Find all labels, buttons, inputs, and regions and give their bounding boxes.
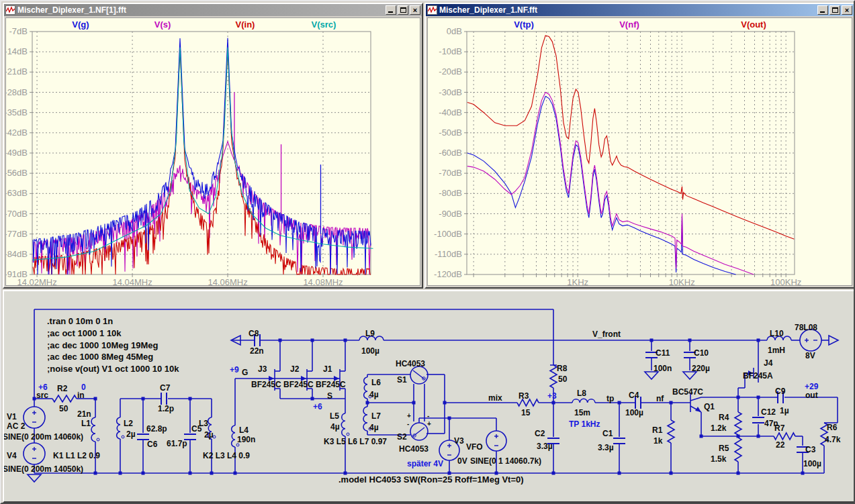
resistor-R2[interactable] (52, 395, 77, 402)
junction (189, 397, 192, 401)
component-label: Q1 (704, 402, 715, 411)
plot-box (467, 32, 795, 274)
component-label: 2µ (126, 430, 136, 439)
component-label: R1 (652, 425, 663, 435)
phase-dot (97, 438, 99, 441)
fft-plot-left[interactable]: -7dB-14dB-21dB-28dB-35dB-42dB-49dB-56dB-… (6, 18, 422, 288)
junction (119, 472, 122, 475)
y-tick-label: -30dB (439, 87, 462, 97)
junction (670, 472, 673, 475)
fft-plot-right[interactable]: 0dB-10dB-20dB-30dB-40dB-50dB-60dB-70dB-8… (428, 18, 854, 288)
polarity-mark: - (407, 420, 409, 427)
junction (279, 339, 282, 342)
component-label: 0V (457, 456, 467, 466)
inductor-L6[interactable] (364, 377, 367, 399)
maximize-button[interactable] (829, 5, 840, 15)
y-tick-label: 0dB (447, 26, 462, 36)
schematic-canvas[interactable]: .tran 0 10m 0 1n;ac oct 1000 1 10k;ac de… (4, 291, 854, 501)
titlebar-right[interactable]: Mischer_Diplexer_1.NF.fft × (426, 4, 854, 16)
close-button[interactable]: × (410, 5, 420, 15)
junction (344, 339, 347, 342)
resistor-R4[interactable] (735, 412, 741, 435)
component-label: V3 (454, 436, 464, 446)
component-label: C6 (147, 440, 158, 449)
component-label: R7 (774, 423, 785, 433)
junction (552, 472, 555, 475)
inductor-L4[interactable] (232, 425, 235, 447)
x-tick-label: 14.02MHz (17, 277, 56, 287)
component-label: 1µ (780, 406, 789, 415)
component-label: 78L08 (795, 323, 817, 332)
component-label: 1k (654, 436, 663, 446)
junction (737, 472, 740, 475)
inductor-L2[interactable] (117, 417, 120, 439)
resistor-R5[interactable] (735, 438, 741, 462)
junction (552, 401, 555, 405)
minimize-button[interactable] (386, 5, 396, 15)
component-label: S1 (397, 375, 407, 385)
legend-V(s): V(s) (154, 19, 171, 30)
x-tick-label: 100KHz (770, 277, 801, 287)
component-label: 4µ (369, 390, 379, 399)
titlebar-left[interactable]: Mischer_Diplexer_1.NF[1].fft × (4, 4, 422, 16)
component-label: 1.2p (158, 404, 174, 413)
component-label: BC547C (672, 387, 703, 397)
source-V4[interactable] (24, 443, 45, 464)
resistor-R1[interactable] (668, 420, 674, 443)
junction (757, 435, 760, 438)
y-tick-label: -42dB (6, 128, 28, 138)
port-arrow-right (829, 336, 838, 345)
plot-pane-left[interactable]: -7dB-14dB-21dB-28dB-35dB-42dB-49dB-56dB-… (5, 17, 420, 286)
component-label: C8 (249, 329, 259, 338)
junction (142, 397, 145, 401)
q1-emitter-arrow (695, 407, 701, 412)
resistor-R7[interactable] (774, 433, 795, 440)
junction (700, 435, 703, 438)
component-label: L1 (81, 419, 91, 428)
component-label: J4 (764, 358, 773, 368)
component-label: 15 (521, 408, 531, 417)
component-label: J1 (323, 364, 332, 374)
source-78L08[interactable] (800, 330, 821, 351)
plot-pane-right[interactable]: 0dB-10dB-20dB-30dB-40dB-50dB-60dB-70dB-8… (427, 17, 852, 286)
junction (189, 472, 192, 475)
inductor-L1[interactable] (91, 417, 95, 442)
component-label: 190n (237, 435, 255, 444)
y-tick-label: -110dB (435, 249, 462, 259)
y-tick-label: -14dB (6, 46, 28, 56)
polarity-mark: - (427, 412, 429, 419)
component-label: L7 (371, 411, 381, 421)
inductor-L7[interactable] (363, 407, 367, 431)
y-tick-label: -35dB (6, 107, 28, 117)
junction (366, 401, 369, 405)
resistor-R8[interactable] (550, 365, 557, 388)
junction (688, 339, 692, 342)
y-tick-label: -70dB (439, 168, 462, 178)
x-tick-label: 14.04MHz (112, 277, 152, 287)
component-label: C4 (629, 391, 639, 400)
annotation-label: TP 1kHz (569, 419, 600, 429)
inductor-L5[interactable] (341, 413, 345, 436)
y-tick-label: -56dB (6, 168, 28, 178)
y-tick-label: -40dB (439, 107, 462, 117)
y-tick-label: -100dB (434, 229, 462, 239)
component-label: L6 (371, 378, 381, 387)
component-label: R4 (719, 413, 729, 422)
junction (234, 472, 237, 475)
y-tick-label: -80dB (439, 188, 462, 198)
y-tick-label: -50dB (439, 128, 462, 138)
maximize-button[interactable] (398, 5, 408, 15)
component-label: 1.2k (711, 423, 727, 433)
source-VFO[interactable] (486, 431, 506, 451)
component-label: SINE(0 1 14060.7k) (470, 456, 541, 466)
component-label: HC4053 (399, 444, 429, 454)
component-label: 8V (805, 351, 815, 360)
junction (210, 472, 214, 475)
inductor-L8[interactable] (572, 399, 595, 403)
close-button[interactable]: × (842, 5, 852, 15)
window-title: Mischer_Diplexer_1.NF[1].fft (17, 5, 384, 15)
source-V1[interactable] (24, 407, 45, 428)
minimize-button[interactable] (817, 5, 828, 15)
annotation-label: später 4V (407, 459, 443, 468)
component-label: G (242, 368, 248, 377)
